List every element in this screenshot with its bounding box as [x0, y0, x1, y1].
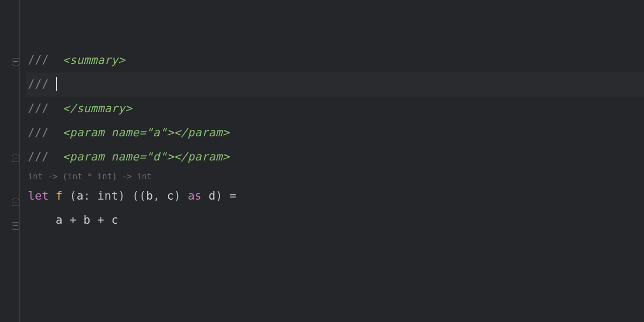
xml-tag: param	[188, 126, 223, 139]
param-var: d	[209, 189, 216, 202]
code-line[interactable]: /// </summary>	[26, 97, 644, 121]
fold-marker-icon[interactable]	[12, 58, 19, 65]
identifier: c	[111, 214, 118, 226]
xml-open-angle: <	[63, 54, 70, 67]
param-var: b	[146, 189, 153, 202]
equals-op: =	[230, 189, 237, 202]
xml-attr-name: name	[111, 150, 139, 163]
type-annotation: int	[98, 189, 119, 202]
xml-close-angle: >	[125, 102, 132, 115]
type-hint-text: int -> (int * int) -> int	[28, 172, 152, 181]
fold-marker-icon[interactable]	[12, 155, 19, 162]
xml-tag: param	[70, 126, 105, 139]
xml-open-angle: <	[63, 150, 70, 163]
xml-tag: summary	[70, 54, 119, 67]
xml-tag: summary	[77, 102, 126, 115]
indent-guide	[19, 0, 20, 322]
param-var: c	[167, 189, 174, 202]
fold-marker-icon[interactable]	[12, 199, 19, 206]
xml-end-angle: >	[223, 126, 230, 139]
paren: )	[216, 189, 223, 202]
doc-comment-slash: ///	[28, 150, 49, 163]
xml-close-angle: >	[118, 54, 125, 67]
doc-comment-slash: ///	[28, 78, 49, 91]
xml-open-angle: <	[63, 126, 70, 139]
comma: ,	[153, 189, 160, 202]
xml-open-angle: </	[63, 102, 77, 115]
xml-attr-eq: =	[139, 126, 146, 139]
plus-op: +	[70, 214, 77, 226]
code-line[interactable]: a + b + c	[26, 208, 644, 232]
paren: )	[118, 189, 125, 202]
doc-comment-slash: ///	[28, 54, 49, 67]
indent	[28, 214, 56, 226]
paren: (	[132, 189, 139, 202]
paren: )	[174, 189, 181, 202]
xml-tag: param	[70, 150, 105, 163]
code-line[interactable]	[26, 0, 644, 24]
text-caret	[56, 77, 57, 91]
xml-tag: param	[188, 150, 223, 163]
xml-end-angle: >	[223, 150, 230, 163]
code-line-active[interactable]: ///	[26, 72, 644, 97]
editor-gutter	[0, 0, 26, 322]
plus-op: +	[98, 214, 105, 226]
code-line[interactable]	[26, 24, 644, 48]
function-name: f	[56, 189, 63, 202]
identifier: a	[56, 214, 63, 226]
doc-comment-slash: ///	[28, 126, 49, 139]
keyword-let: let	[28, 189, 49, 202]
param-var: a	[77, 189, 84, 202]
paren: (	[70, 189, 77, 202]
code-area[interactable]: /// <summary> /// /// </summary> /// <pa…	[26, 0, 644, 322]
xml-close-open: ></	[167, 126, 188, 139]
xml-attr-name: name	[111, 126, 139, 139]
xml-attr-value: "a"	[146, 126, 167, 139]
colon: :	[84, 189, 91, 202]
xml-attr-value: "d"	[146, 150, 167, 163]
code-line[interactable]: /// <param name="d"></param>	[26, 145, 644, 169]
identifier: b	[84, 214, 91, 226]
xml-attr-eq: =	[139, 150, 146, 163]
paren: (	[139, 189, 146, 202]
xml-close-open: ></	[167, 150, 188, 163]
keyword-as: as	[188, 189, 202, 202]
type-hint-inlay: int -> (int * int) -> int	[26, 169, 644, 184]
code-line[interactable]: /// <param name="a"></param>	[26, 121, 644, 145]
fold-marker-icon[interactable]	[12, 222, 19, 230]
doc-comment-slash: ///	[28, 102, 49, 115]
code-editor[interactable]: /// <summary> /// /// </summary> /// <pa…	[0, 0, 644, 322]
code-line[interactable]: let f (a: int) ((b, c) as d) =	[26, 184, 644, 208]
code-line[interactable]: /// <summary>	[26, 48, 644, 72]
